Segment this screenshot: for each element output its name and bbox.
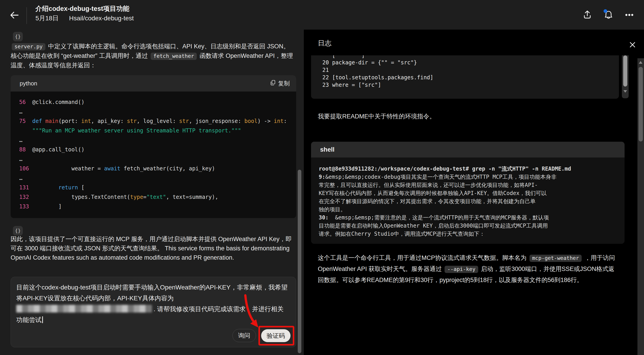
code-line: root@8e933d911282:/workspace/codex-debug… (319, 165, 617, 173)
back-arrow-icon (8, 18, 20, 22)
ellipsis-icon (624, 18, 635, 21)
code-line: 132 types.TextContent(type="text", text=… (19, 192, 292, 202)
code-line: 9:&emsp;&emsp;codex-debug项目其实是一个查询天气的流式H… (319, 173, 617, 181)
close-panel-button[interactable] (627, 40, 638, 50)
code-line: KEY写在核心代码内部，从而避免每次调用的时候都单独输入API-KEY。借助Co… (319, 189, 617, 197)
notification-dot (604, 9, 607, 13)
prompt-composer[interactable]: 目前这个codex-debug-test项目启动时需要手动输入OpenWeath… (10, 277, 296, 347)
code-line: 请求。例如在Cherry Studio中，调用流式MCP进行天气查询如下： (319, 230, 617, 238)
conversation-panel: {} server.py 中定义了该脚本的主逻辑。命令行选项包括端口、API K… (0, 30, 304, 355)
code-block-scrollbar[interactable] (622, 55, 629, 98)
code-language-label: python (20, 80, 37, 87)
code-block-header: python 复制 (10, 75, 296, 92)
overflow-menu-button[interactable] (624, 10, 635, 20)
logs-panel-title: 日志 (318, 39, 331, 48)
share-upload-icon (582, 18, 593, 21)
code-braces-icon: {} (13, 226, 23, 235)
code-line: [" "] (322, 55, 619, 59)
code-line: 独的项目。 (319, 205, 617, 214)
shell-output-content: root@8e933d911282:/workspace/codex-debug… (311, 158, 624, 244)
code-line: 22[tool.setuptools.packages.find] (322, 74, 619, 81)
code-line: 目功能是需要在启动时输入OpenWeather KEY，启动后在3000端口即可… (319, 222, 617, 230)
back-button[interactable] (8, 10, 20, 21)
code-line: 75def main(port: int, api_key: str, log_… (19, 116, 292, 126)
code-line: 133 ] (19, 202, 292, 211)
python-code-content: 56@click.command()…75def main(port: int,… (10, 92, 296, 216)
copy-label: 复制 (278, 80, 290, 88)
shell-language-label: shell (320, 146, 334, 153)
page-title: 介绍codex-debug-test项目功能 (36, 5, 134, 13)
shell-code-block: shell root@8e933d911282:/workspace/codex… (311, 142, 624, 244)
code-line: … (19, 135, 292, 145)
bell-icon (603, 18, 614, 21)
code-line: … (19, 173, 292, 183)
log-note-text: 我要提取README中关于特性的环境指令。 (318, 112, 436, 120)
panel-scrollbar[interactable] (638, 58, 644, 355)
captcha-button[interactable]: 验证码 (261, 329, 290, 342)
scroll-down-arrow-icon[interactable] (624, 90, 627, 93)
code-line: 30: &emsp;&emsp;需要注意的是，这是一个流式HTTP的用于天气查询… (319, 214, 617, 222)
header-divider (26, 7, 27, 24)
log-summary-paragraph: 这个工具是一个命令行工具，用于通过MCP协议流式请求天气数据。脚本名为 mcp-… (318, 252, 620, 285)
code-line: 23where = ["src"] (322, 81, 619, 89)
share-button[interactable] (582, 10, 593, 20)
shell-block-header: shell (311, 142, 624, 158)
code-line: … (19, 107, 292, 116)
notifications-button[interactable] (603, 9, 614, 20)
assistant-paragraph: 因此，该项目提供了一个可直接运行的 MCP 服务，用户通过启动脚本并提供 Ope… (10, 235, 294, 262)
code-line: 在完全不了解项目源码的情况下，对其提出需求，令其改变项目功能，并将其创建为自己单 (319, 197, 617, 205)
redacted-api-key (16, 305, 152, 312)
app-header: 介绍codex-debug-test项目功能 5月18日 Hsail/codex… (0, 0, 644, 30)
pyproject-code-block: [" "]20package-dir = {"" = "src"}2122[to… (311, 55, 619, 99)
code-line: 常完整，且可以直接运行。但从实际使用层面来说，还可以进一步优化项目功能，如将AP… (319, 181, 617, 189)
code-line: 131 return [ (19, 183, 292, 192)
inline-code-chip: server.py (12, 43, 46, 50)
inline-code-chip: mcp-get-weather (530, 255, 582, 262)
scrollbar-thumb[interactable] (638, 67, 643, 141)
code-line: 88@app.call_tool() (19, 145, 292, 154)
copy-button[interactable]: 复制 (270, 80, 290, 88)
text-cursor (42, 316, 43, 323)
task-titles: 介绍codex-debug-test项目功能 5月18日 Hsail/codex… (36, 5, 134, 22)
assistant-paragraph: server.py 中定义了该脚本的主逻辑。命令行选项包括端口、API Key、… (10, 42, 294, 70)
codex-app-window: 介绍codex-debug-test项目功能 5月18日 Hsail/codex… (0, 0, 644, 355)
scroll-up-arrow-icon[interactable] (639, 61, 642, 64)
pyproject-code-content: [" "]20package-dir = {"" = "src"}2122[to… (311, 55, 619, 89)
close-icon (627, 47, 638, 51)
code-line: … (19, 154, 292, 164)
logs-panel: 日志 [" "]20package-dir = {"" = "src"}2122… (304, 30, 644, 355)
task-date: 5月18日 (36, 15, 59, 22)
code-line: 56@click.command() (19, 97, 292, 107)
python-code-block: python 复制 56@click.command()…75def main(… (10, 75, 296, 218)
code-line: """Run an MCP weather server using Strea… (19, 126, 292, 135)
copy-icon (270, 80, 276, 88)
inline-code-chip: fetch_weather (151, 53, 197, 60)
code-line: 21 (322, 67, 619, 74)
code-line: 106 weather = await fetch_weather(city, … (19, 164, 292, 173)
composer-input[interactable]: 目前这个codex-debug-test项目启动时需要手动输入OpenWeath… (16, 282, 290, 325)
code-line: 20package-dir = {"" = "src"} (322, 59, 619, 67)
repo-name: Hsail/codex-debug-test (69, 15, 134, 22)
code-braces-icon: {} (13, 32, 23, 41)
left-scrollbar-thumb[interactable] (298, 170, 301, 353)
scrollbar-thumb[interactable] (623, 55, 627, 87)
inline-code-chip: --api-key (444, 266, 478, 273)
ask-button[interactable]: 询问 (232, 329, 256, 342)
